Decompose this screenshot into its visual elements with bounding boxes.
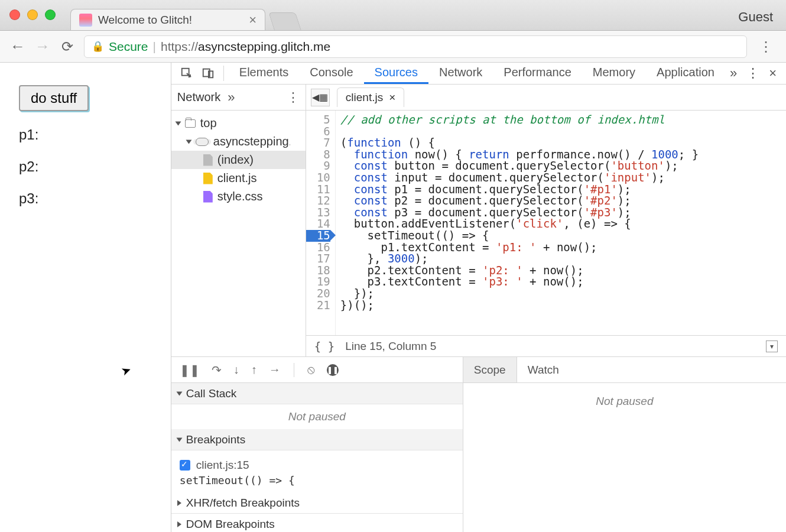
reload-button[interactable]: ⟳ bbox=[59, 38, 76, 55]
callstack-header[interactable]: Call Stack bbox=[171, 383, 463, 404]
tab-memory[interactable]: Memory bbox=[582, 63, 646, 84]
url-text: https://asyncstepping.glitch.me bbox=[161, 40, 330, 54]
debugger-panel: ❚❚ ↷ ↓ ↑ → ⦸ ❚❚ Call Stack Not paused bbox=[171, 356, 786, 532]
glitch-favicon-icon bbox=[79, 14, 92, 27]
tree-file-label: client.js bbox=[217, 171, 257, 185]
zoom-window-icon[interactable] bbox=[45, 9, 56, 20]
chevron-down-icon bbox=[186, 140, 191, 144]
step-over-icon[interactable]: ↷ bbox=[212, 363, 222, 377]
callstack-label: Call Stack bbox=[186, 387, 237, 400]
css-file-icon bbox=[203, 191, 213, 203]
address-bar: ← → ⟳ 🔒 Secure | https://asyncstepping.g… bbox=[0, 31, 786, 63]
profile-label[interactable]: Guest bbox=[738, 9, 773, 25]
browser-tab[interactable]: Welcome to Glitch! × bbox=[70, 9, 265, 30]
js-file-icon bbox=[203, 173, 213, 184]
tree-root-label: top bbox=[200, 116, 217, 130]
xhr-breakpoints-header[interactable]: XHR/fetch Breakpoints bbox=[171, 492, 463, 514]
secure-label: Secure bbox=[109, 40, 148, 54]
tab-scope[interactable]: Scope bbox=[463, 357, 517, 382]
divider: | bbox=[153, 40, 156, 54]
close-devtools-icon[interactable]: × bbox=[764, 66, 781, 81]
navigator-overflow-icon[interactable]: » bbox=[228, 90, 235, 105]
deactivate-breakpoints-icon[interactable]: ⦸ bbox=[307, 363, 315, 377]
navigator-menu-icon[interactable]: ⋮ bbox=[287, 90, 300, 105]
step-out-icon[interactable]: ↑ bbox=[251, 363, 257, 377]
tab-performance[interactable]: Performance bbox=[493, 63, 582, 84]
step-icon[interactable]: → bbox=[269, 363, 281, 377]
inspect-element-icon[interactable] bbox=[176, 63, 197, 84]
browser-menu-icon[interactable]: ⋮ bbox=[755, 38, 777, 55]
tree-file-index[interactable]: (index) bbox=[171, 151, 306, 169]
navigator-tab-label[interactable]: Network bbox=[177, 90, 220, 104]
editor-dropdown-icon[interactable]: ▾ bbox=[766, 340, 778, 352]
chevron-right-icon bbox=[177, 500, 181, 506]
p2-label: p2: bbox=[19, 158, 152, 175]
tree-root[interactable]: top bbox=[171, 114, 306, 132]
chevron-down-icon bbox=[176, 391, 182, 395]
callstack-body: Not paused bbox=[171, 404, 463, 429]
rendered-page: do stuff p1: p2: p3: bbox=[0, 63, 171, 532]
dom-label: DOM Breakpoints bbox=[186, 518, 275, 531]
p1-label: p1: bbox=[19, 126, 152, 143]
tab-elements[interactable]: Elements bbox=[229, 63, 299, 84]
browser-titlebar: Welcome to Glitch! × Guest bbox=[0, 0, 786, 31]
overflow-tabs-icon[interactable]: » bbox=[725, 66, 742, 81]
tree-file-style[interactable]: style.css bbox=[171, 187, 306, 206]
window-controls bbox=[9, 9, 56, 20]
tree-file-client[interactable]: client.js bbox=[171, 169, 306, 187]
source-editor: ◀▦ client.js × 5678910111213141516171819… bbox=[306, 85, 786, 356]
debugger-controls: ❚❚ ↷ ↓ ↑ → ⦸ ❚❚ bbox=[171, 357, 463, 383]
do-stuff-button[interactable]: do stuff bbox=[19, 85, 89, 111]
close-tab-icon[interactable]: × bbox=[249, 14, 256, 27]
tab-application[interactable]: Application bbox=[646, 63, 725, 84]
pretty-print-icon[interactable]: { } bbox=[314, 340, 334, 353]
breakpoint-file: client.js:15 bbox=[196, 459, 249, 472]
step-into-icon[interactable]: ↓ bbox=[233, 363, 239, 377]
lock-icon: 🔒 bbox=[92, 40, 104, 53]
devtools-menu-icon[interactable]: ⋮ bbox=[742, 66, 764, 81]
close-window-icon[interactable] bbox=[9, 9, 20, 20]
tab-console[interactable]: Console bbox=[299, 63, 363, 84]
breakpoint-row[interactable]: client.js:15 bbox=[180, 456, 454, 474]
scope-body: Not paused bbox=[463, 383, 786, 532]
tree-domain[interactable]: asyncstepping.glitch.me bbox=[171, 132, 306, 151]
close-editor-tab-icon[interactable]: × bbox=[389, 91, 395, 104]
document-icon bbox=[203, 154, 213, 166]
devtools-tabstrip: Elements Console Sources Network Perform… bbox=[171, 63, 786, 85]
breakpoints-header[interactable]: Breakpoints bbox=[171, 429, 463, 450]
chevron-down-icon bbox=[176, 437, 182, 442]
back-button[interactable]: ← bbox=[9, 37, 26, 56]
tab-title: Welcome to Glitch! bbox=[98, 14, 243, 27]
tree-file-label: (index) bbox=[217, 153, 254, 167]
breakpoint-code: setTimeout(() => { bbox=[180, 474, 454, 486]
dom-breakpoints-header[interactable]: DOM Breakpoints bbox=[171, 514, 463, 532]
cloud-icon bbox=[196, 138, 209, 146]
tree-file-label: style.css bbox=[217, 190, 263, 203]
url-field[interactable]: 🔒 Secure | https://asyncstepping.glitch.… bbox=[84, 35, 747, 58]
tab-sources[interactable]: Sources bbox=[364, 63, 428, 84]
editor-history-icon[interactable]: ◀▦ bbox=[311, 89, 330, 106]
cursor-position: Line 15, Column 5 bbox=[345, 340, 436, 353]
editor-statusline: { } Line 15, Column 5 ▾ bbox=[306, 335, 786, 356]
device-toggle-icon[interactable] bbox=[197, 63, 219, 84]
pause-on-exceptions-icon[interactable]: ❚❚ bbox=[327, 364, 339, 376]
code-content[interactable]: // add other scripts at the bottom of in… bbox=[336, 111, 699, 335]
breakpoints-body: client.js:15 setTimeout(() => { bbox=[171, 450, 463, 492]
editor-tab-label: client.js bbox=[346, 91, 383, 104]
devtools-panel: Elements Console Sources Network Perform… bbox=[171, 63, 786, 532]
editor-tab[interactable]: client.js × bbox=[337, 87, 404, 107]
window-icon bbox=[185, 119, 196, 128]
pause-icon[interactable]: ❚❚ bbox=[180, 363, 200, 377]
p3-label: p3: bbox=[19, 190, 152, 207]
tab-watch[interactable]: Watch bbox=[517, 357, 570, 382]
tab-network[interactable]: Network bbox=[428, 63, 493, 84]
chevron-down-icon bbox=[175, 121, 181, 125]
breakpoint-checkbox[interactable] bbox=[180, 460, 190, 471]
forward-button[interactable]: → bbox=[34, 37, 51, 56]
xhr-label: XHR/fetch Breakpoints bbox=[186, 497, 300, 510]
divider bbox=[223, 66, 224, 81]
new-tab-button[interactable] bbox=[268, 12, 301, 30]
divider bbox=[294, 363, 294, 377]
minimize-window-icon[interactable] bbox=[27, 9, 38, 20]
line-gutter[interactable]: 56789101112131415161718192021 bbox=[306, 111, 336, 335]
